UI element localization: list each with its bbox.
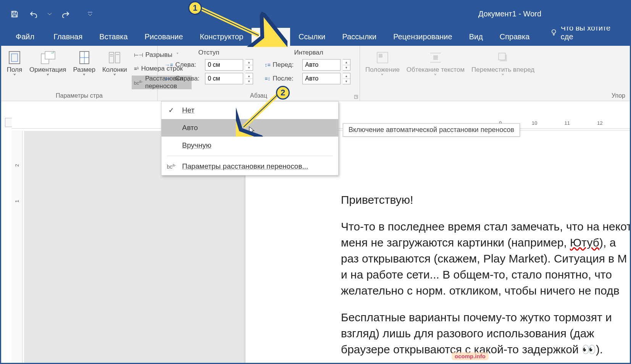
hyphen-options-label: Параметры расстановки переносов... <box>182 162 308 171</box>
orientation-button[interactable]: Ориентация˅ <box>27 48 69 89</box>
tab-insert[interactable]: Вставка <box>91 28 136 46</box>
wrap-label: Обтекание текстом <box>407 66 465 73</box>
indent-left-label: Слева: <box>175 61 203 69</box>
document-body[interactable]: Приветствую! Что-то в последнее время ст… <box>341 192 631 358</box>
forward-label: Переместить вперед <box>471 66 534 73</box>
spacing-before-label: Перед: <box>273 61 300 69</box>
doc-paragraph: Приветствую! <box>341 192 631 208</box>
tab-help[interactable]: Справка <box>491 28 538 46</box>
tooltip: Включение автоматической расстановки пер… <box>343 123 520 137</box>
spacing-before-input[interactable]: Авто <box>302 59 341 71</box>
ruler-mark: 10 <box>532 120 565 126</box>
callout-1-badge: 1 <box>188 1 202 15</box>
svg-rect-4 <box>9 52 20 64</box>
page-setup-group-label: Параметры стра <box>4 91 154 99</box>
tab-references[interactable]: Ссылки <box>290 28 334 46</box>
orientation-label: Ориентация <box>29 66 66 73</box>
tab-file[interactable]: Файл <box>5 28 45 46</box>
callout-2-badge: 2 <box>276 86 290 100</box>
wrap-text-button[interactable]: Обтекание текстом˅ <box>404 48 467 82</box>
hyphenation-manual[interactable]: Вручную <box>161 137 338 154</box>
svg-rect-11 <box>109 52 114 63</box>
size-icon <box>77 50 91 65</box>
indent-title: Отступ <box>165 49 253 56</box>
indent-right-label: Справа: <box>175 75 203 82</box>
hyphenation-dropdown: ✓ Нет Авто Вручную bca- Параметры расста… <box>161 101 339 176</box>
spacing-after-input[interactable]: Авто <box>302 73 341 84</box>
lightbulb-icon <box>550 28 557 37</box>
svg-rect-18 <box>433 55 438 60</box>
indent-right-spinner[interactable]: ▴▾ <box>245 73 253 84</box>
qat-customize[interactable] <box>84 8 96 20</box>
redo-button[interactable] <box>60 8 71 20</box>
size-button[interactable]: Размер˅ <box>71 48 98 89</box>
document-title: Документ1 - Word <box>478 10 541 18</box>
ruler-mark: 11 <box>565 120 597 126</box>
ribbon-tabs: Файл Главная Вставка Рисование Конструкт… <box>1 27 630 46</box>
bring-forward-icon <box>496 51 510 64</box>
position-label: Положение <box>365 66 400 73</box>
hyphen-none-label: Нет <box>182 106 194 114</box>
tab-draw[interactable]: Рисование <box>136 28 192 46</box>
group-paragraph: Отступ →≡ Слева: 0 см ▴▾ ≡← Справа: 0 см… <box>158 46 360 101</box>
orientation-icon <box>40 50 56 65</box>
svg-rect-22 <box>499 53 505 60</box>
doc-paragraph: Что-то в последнее время стал замечать, … <box>341 219 631 299</box>
arrange-group-label: Упор <box>363 91 627 99</box>
tab-view[interactable]: Вид <box>461 28 491 46</box>
watermark: ocomp.info <box>452 352 489 360</box>
callout-2: 2 <box>276 86 290 100</box>
dropdown-separator <box>167 156 333 156</box>
doc-paragraph: Бесплатные варианты почему-то жутко торм… <box>341 309 631 358</box>
paragraph-launcher-icon[interactable]: ◳ <box>354 94 358 99</box>
columns-icon <box>108 50 121 65</box>
indent-right-input[interactable]: 0 см <box>205 73 243 84</box>
tab-review[interactable]: Рецензирование <box>385 28 460 46</box>
group-page-setup: Поля˅ Ориентация˅ Размер˅ Колонки˅ ⊢⊣Раз… <box>1 46 158 101</box>
undo-button[interactable] <box>28 8 39 20</box>
margins-label: Поля <box>7 66 22 73</box>
svg-rect-12 <box>115 52 120 63</box>
check-icon: ✓ <box>168 106 174 114</box>
size-label: Размер <box>73 66 95 73</box>
save-button[interactable] <box>9 8 20 20</box>
undo-dropdown[interactable] <box>47 8 52 20</box>
ribbon: Поля˅ Ориентация˅ Размер˅ Колонки˅ ⊢⊣Раз… <box>1 46 630 101</box>
group-arrange: Положение˅ Обтекание текстом˅ Переместит… <box>360 46 630 101</box>
spacing-after-label: После: <box>273 75 300 82</box>
tab-design[interactable]: Конструктор <box>191 28 252 46</box>
tab-mailings[interactable]: Рассылки <box>334 28 385 46</box>
vertical-ruler[interactable]: 21 <box>12 131 23 363</box>
indent-left-spinner[interactable]: ▴▾ <box>245 59 253 71</box>
hyphen-manual-label: Вручную <box>182 141 211 150</box>
paragraph-group-label: Абзац <box>161 91 357 99</box>
margins-icon <box>7 50 22 65</box>
svg-rect-17 <box>379 54 382 58</box>
indent-left-input[interactable]: 0 см <box>205 59 243 71</box>
hyphen-auto-label: Авто <box>182 124 198 132</box>
hyphenation-options[interactable]: bca- Параметры расстановки переносов... <box>161 158 338 175</box>
spacing-after-spinner[interactable]: ▴▾ <box>343 73 350 84</box>
title-bar: Документ1 - Word <box>1 1 630 27</box>
margins-button[interactable]: Поля˅ <box>4 48 25 89</box>
tab-home[interactable]: Главная <box>45 28 91 46</box>
svg-point-3 <box>552 30 556 34</box>
wrap-icon <box>429 51 442 64</box>
tab-layout[interactable]: Макет <box>252 28 290 46</box>
callout-1: 1 <box>188 1 202 15</box>
columns-label: Колонки <box>102 66 127 73</box>
spacing-before-spinner[interactable]: ▴▾ <box>343 59 350 71</box>
svg-rect-1 <box>13 14 16 17</box>
position-icon <box>376 51 389 64</box>
columns-button[interactable]: Колонки˅ <box>100 48 129 89</box>
hyphenation-auto[interactable]: Авто <box>161 119 338 137</box>
spacing-title: Интервал <box>265 49 353 56</box>
hyphen-options-icon: bca- <box>167 163 176 170</box>
quick-access-toolbar <box>9 8 96 20</box>
hyphenation-none[interactable]: ✓ Нет <box>161 101 338 119</box>
ruler-mark: 12 <box>597 120 630 126</box>
bring-forward-button[interactable]: Переместить вперед˅ <box>469 48 537 82</box>
svg-rect-0 <box>13 11 15 13</box>
position-button[interactable]: Положение˅ <box>363 48 402 82</box>
svg-rect-5 <box>11 54 18 61</box>
